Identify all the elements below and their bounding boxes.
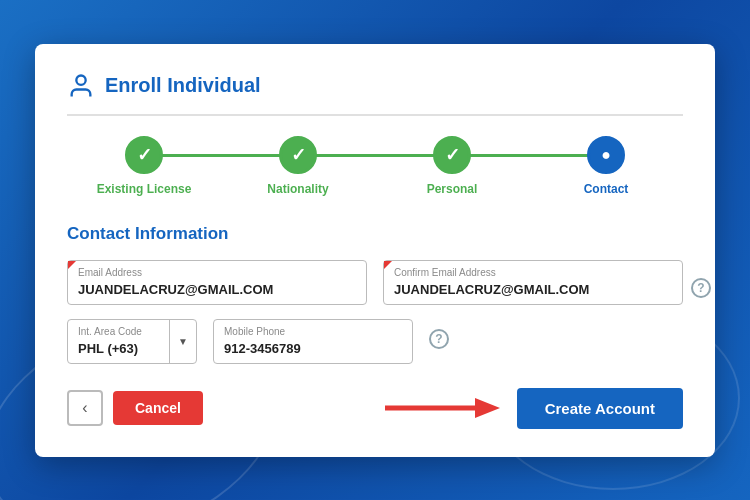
step-contact: ● Contact — [529, 136, 683, 196]
step-label-nationality: Nationality — [267, 182, 328, 196]
phone-row: Int. Area Code PHL (+63) ▼ Mobile Phone … — [67, 319, 683, 364]
create-account-button[interactable]: Create Account — [517, 388, 683, 429]
modal-container: Enroll Individual ✓ Existing License ✓ N… — [35, 44, 715, 457]
mobile-phone-field[interactable]: Mobile Phone 912-3456789 — [213, 319, 413, 364]
step-personal: ✓ Personal — [375, 136, 529, 196]
confirm-email-field-wrapper[interactable]: Confirm Email Address JUANDELACRUZ@GMAIL… — [383, 260, 683, 305]
email-value: JUANDELACRUZ@GMAIL.COM — [78, 282, 273, 297]
step-number-contact: ● — [601, 146, 611, 164]
checkmark-existing-license: ✓ — [137, 144, 152, 166]
dropdown-arrow-icon[interactable]: ▼ — [169, 320, 196, 363]
step-label-contact: Contact — [584, 182, 629, 196]
mobile-label: Mobile Phone — [224, 326, 402, 337]
area-code-label: Int. Area Code — [78, 326, 159, 337]
modal-title: Enroll Individual — [105, 74, 261, 97]
checkmark-nationality: ✓ — [291, 144, 306, 166]
email-group: Email Address JUANDELACRUZ@GMAIL.COM — [67, 260, 367, 305]
phone-help-icon[interactable]: ? — [429, 329, 449, 349]
user-icon — [67, 72, 95, 100]
area-code-group[interactable]: Int. Area Code PHL (+63) ▼ — [67, 319, 197, 364]
red-arrow-icon — [385, 390, 505, 426]
footer-left: ‹ Cancel — [67, 390, 203, 426]
mobile-value: 912-3456789 — [224, 341, 301, 356]
svg-marker-2 — [475, 398, 500, 418]
stepper: ✓ Existing License ✓ Nationality ✓ Perso… — [67, 136, 683, 196]
cancel-button[interactable]: Cancel — [113, 391, 203, 425]
step-circle-contact: ● — [587, 136, 625, 174]
step-label-existing-license: Existing License — [97, 182, 192, 196]
checkmark-personal: ✓ — [445, 144, 460, 166]
step-circle-nationality: ✓ — [279, 136, 317, 174]
email-field-wrapper[interactable]: Email Address JUANDELACRUZ@GMAIL.COM — [67, 260, 367, 305]
back-button[interactable]: ‹ — [67, 390, 103, 426]
step-circle-personal: ✓ — [433, 136, 471, 174]
area-code-value: PHL (+63) — [78, 341, 138, 356]
step-circle-existing-license: ✓ — [125, 136, 163, 174]
step-nationality: ✓ Nationality — [221, 136, 375, 196]
step-label-personal: Personal — [427, 182, 478, 196]
modal-header: Enroll Individual — [67, 72, 683, 116]
confirm-email-value: JUANDELACRUZ@GMAIL.COM — [394, 282, 589, 297]
confirm-email-help-icon[interactable]: ? — [691, 278, 711, 298]
step-existing-license: ✓ Existing License — [67, 136, 221, 196]
modal-footer: ‹ Cancel Create Account — [67, 388, 683, 429]
arrow-container — [203, 390, 517, 426]
svg-point-0 — [76, 75, 85, 84]
email-row: Email Address JUANDELACRUZ@GMAIL.COM Con… — [67, 260, 683, 305]
area-code-inner: Int. Area Code PHL (+63) — [68, 320, 169, 363]
confirm-email-label: Confirm Email Address — [394, 267, 672, 278]
back-icon: ‹ — [82, 399, 87, 417]
confirm-email-group: Confirm Email Address JUANDELACRUZ@GMAIL… — [383, 260, 683, 305]
email-label: Email Address — [78, 267, 356, 278]
section-title: Contact Information — [67, 224, 683, 244]
